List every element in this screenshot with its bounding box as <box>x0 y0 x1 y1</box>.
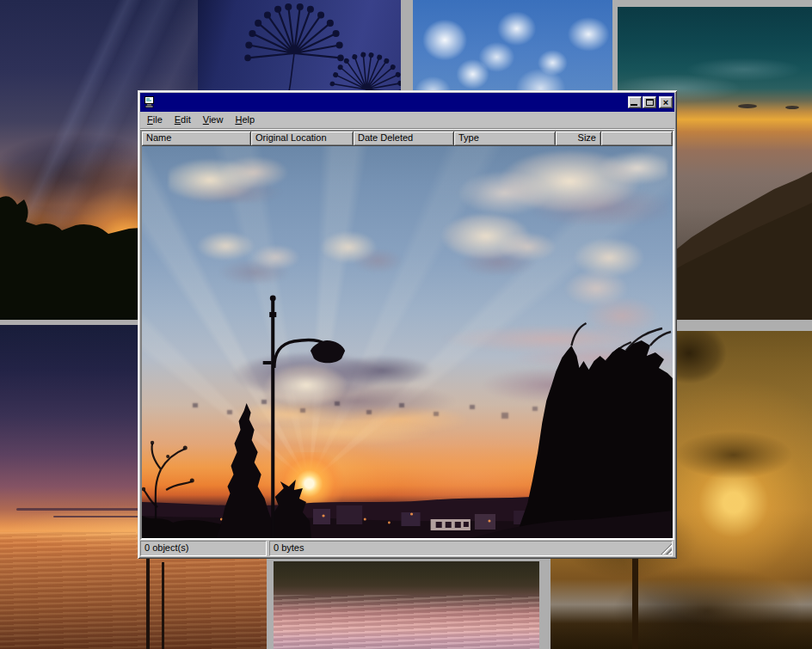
right-trees <box>515 340 673 538</box>
menu-label-char: p <box>249 114 255 125</box>
column-header-name[interactable]: Name <box>142 132 251 146</box>
menu-label-char: E <box>175 114 181 125</box>
recycle-bin-window-icon <box>143 95 157 109</box>
status-objects-panel: 0 object(s) <box>140 541 267 556</box>
file-list-view[interactable]: NameOriginal LocationDate DeletedTypeSiz… <box>140 130 674 540</box>
close-icon: × <box>663 98 668 107</box>
menu-label-char: V <box>203 114 209 125</box>
sunset-photo <box>142 146 673 538</box>
column-header-size[interactable]: Size <box>556 132 601 146</box>
status-objects-text: 0 object(s) <box>145 542 188 553</box>
status-bytes-panel: 0 bytes <box>269 541 673 556</box>
close-button[interactable]: × <box>659 96 673 108</box>
sea-pole <box>146 550 150 649</box>
status-bar: 0 object(s) 0 bytes <box>140 541 674 556</box>
column-header-type[interactable]: Type <box>454 132 556 146</box>
menu-view[interactable]: View <box>197 113 230 127</box>
sea-pole <box>162 562 164 649</box>
column-header-original-location[interactable]: Original Location <box>251 132 354 146</box>
menu-help[interactable]: Help <box>229 113 261 127</box>
cloud-streak <box>16 508 155 511</box>
cypress-tree <box>216 403 276 538</box>
silhouette-layer <box>142 146 673 538</box>
menu-label-char: F <box>147 114 153 125</box>
column-header-date-deleted[interactable]: Date Deleted <box>354 132 454 146</box>
water-ripples <box>274 595 539 649</box>
wallpaper-tile-pink-ripple-water <box>274 561 539 649</box>
maximize-icon <box>646 99 654 106</box>
column-header-row: NameOriginal LocationDate DeletedTypeSiz… <box>142 132 673 146</box>
menu-file[interactable]: File <box>141 113 169 127</box>
menu-bar: FileEditViewHelp <box>140 112 674 128</box>
recycle-bin-window: × FileEditViewHelp NameOriginal Location… <box>138 90 677 559</box>
pole-silhouette <box>632 557 638 649</box>
title-bar[interactable]: × <box>140 93 674 112</box>
menu-label-char: e <box>157 114 163 125</box>
menu-label-char: w <box>216 114 223 125</box>
maximize-button[interactable] <box>643 96 656 108</box>
status-bytes-text: 0 bytes <box>274 542 304 553</box>
minimize-button[interactable] <box>628 96 642 108</box>
minimize-icon <box>631 104 637 106</box>
menu-edit[interactable]: Edit <box>169 113 197 127</box>
column-header-blank[interactable] <box>601 132 673 146</box>
menu-label-char: t <box>188 114 191 125</box>
desktop: { "window": { "title": "", "icon": "recy… <box>0 0 812 649</box>
